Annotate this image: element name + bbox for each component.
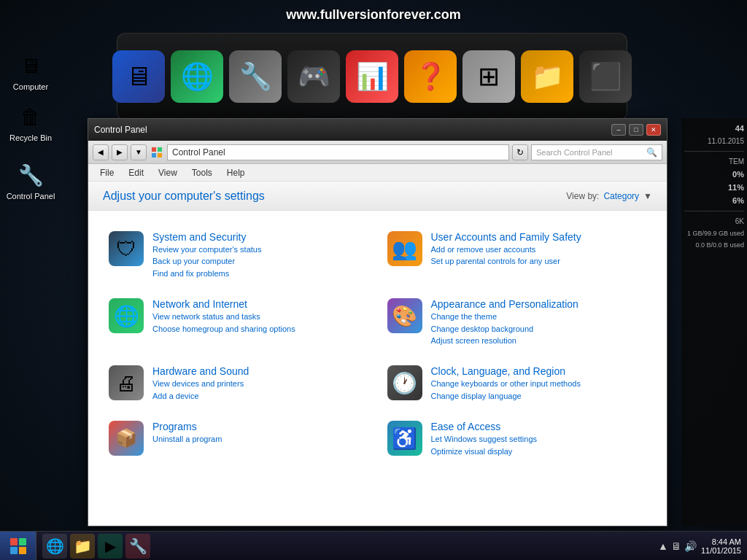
svg-rect-4 [10,538,18,545]
network-icon: 🌐 [109,298,144,333]
dock-item-windows[interactable]: ⊞ [462,50,515,103]
section-link[interactable]: Add a device [152,391,368,402]
windows-logo-icon [151,147,163,158]
network-info: Network and Internet View network status… [152,298,368,346]
hardware-links: View devices and printers Add a device [152,378,368,402]
taskbar-icon-play[interactable]: ▶ [98,534,123,559]
section-programs[interactable]: 📦 Programs Uninstall a program [103,415,374,463]
dock-item-blackbox[interactable]: ⬛ [579,50,632,103]
hardware-icon: 🖨 [109,365,144,400]
section-link[interactable]: Optimize visual display [431,446,647,457]
address-path[interactable]: Control Panel [167,144,509,160]
desktop: www.fullversionforever.com 🖥 Computer 🗑 … [0,0,747,560]
appearance-title[interactable]: Appearance and Personalization [431,298,647,310]
ease-title[interactable]: Ease of Access [431,421,647,432]
section-link[interactable]: Change desktop background [431,324,647,335]
hardware-title[interactable]: Hardware and Sound [152,365,368,377]
taskbar-clock: 8:44 AM 11/01/2015 [701,537,741,555]
section-ease[interactable]: ♿ Ease of Access Let Windows suggest set… [382,415,653,463]
section-link[interactable]: View network status and tasks [152,311,368,322]
menu-file[interactable]: File [94,166,120,179]
dock: 🖥 🌐 🔧 🎮 📊 ❓ ⊞ 📁 ⬛ [117,33,627,120]
section-link[interactable]: Review your computer's status [152,244,368,255]
taskbar-icon-tools[interactable]: 🔧 [125,534,150,559]
section-network[interactable]: 🌐 Network and Internet View network stat… [103,292,374,352]
section-appearance[interactable]: 🎨 Appearance and Personalization Change … [382,292,653,352]
minimize-button[interactable]: – [611,124,626,136]
close-button[interactable]: ✕ [646,124,661,136]
forward-button[interactable]: ▶ [112,144,128,160]
volume-icon[interactable]: 🔊 [684,540,697,552]
dock-item-globe[interactable]: 🌐 [171,50,223,103]
section-link[interactable]: Change the theme [431,311,647,322]
section-clock[interactable]: 🕐 Clock, Language, and Region Change key… [382,359,653,408]
start-button[interactable] [0,532,36,561]
cp-content: 🛡 System and Security Review your comput… [88,211,667,526]
dock-item-monitor[interactable]: 🖥 [112,50,165,103]
taskbar-icon-folder[interactable]: 📁 [70,534,95,559]
section-link[interactable]: Change display language [431,391,647,402]
taskbar-icon-ie[interactable]: 🌐 [42,534,67,559]
menu-help[interactable]: Help [221,166,251,179]
clock-icon: 🕐 [387,365,422,400]
network-title[interactable]: Network and Internet [152,298,368,310]
dock-item-tools[interactable]: 🔧 [229,50,282,103]
user-accounts-info: User Accounts and Family Safety Add or r… [431,231,647,279]
section-link[interactable]: Set up parental controls for any user [431,256,647,267]
clock-title[interactable]: Clock, Language, and Region [431,365,647,377]
view-by: View by: Category ▼ [566,191,652,201]
programs-title[interactable]: Programs [152,421,368,432]
panel-divider-2 [684,211,744,211]
desktop-icon-recycle[interactable]: 🗑 Recycle Bin [5,102,56,142]
section-link[interactable]: Let Windows suggest settings [431,434,647,445]
menu-tools[interactable]: Tools [186,166,218,179]
menu-view[interactable]: View [152,166,183,179]
system-security-title[interactable]: System and Security [152,231,368,243]
section-link[interactable]: Add or remove user accounts [431,244,647,255]
desktop-icon-computer[interactable]: 🖥 Computer [5,51,56,91]
desktop-icon-control-panel[interactable]: 🔧 Control Panel [5,160,56,201]
window-titlebar: Control Panel – □ ✕ [88,119,667,141]
panel-val2: 11% [684,183,744,192]
dock-item-folder[interactable]: 📁 [521,50,573,103]
menu-edit[interactable]: Edit [123,166,150,179]
section-hardware[interactable]: 🖨 Hardware and Sound View devices and pr… [103,359,374,408]
recycle-bin-icon: 🗑 [16,102,45,131]
taskbar: 🌐 📁 ▶ 🔧 ▲ 🖥 🔊 8:44 AM 11/01/2015 [0,531,747,560]
panel-date: 11.01.2015 [684,137,744,145]
clock-links: Change keyboards or other input methods … [431,378,647,402]
section-link[interactable]: View devices and printers [152,378,368,389]
computer-icon: 🖥 [16,51,45,80]
dock-item-gamepad[interactable]: 🎮 [287,50,340,103]
expand-icon[interactable]: ▲ [658,540,668,552]
control-panel-label: Control Panel [7,192,55,201]
display-icon[interactable]: 🖥 [671,540,681,552]
section-link[interactable]: Choose homegroup and sharing options [152,324,368,335]
refresh-button[interactable]: ↻ [512,144,528,160]
maximize-button[interactable]: □ [629,124,643,136]
back-button[interactable]: ◀ [93,144,109,160]
panel-val1: 0% [684,170,744,179]
section-link[interactable]: Change keyboards or other input methods [431,378,647,389]
window-title: Control Panel [94,125,147,135]
cp-header: Adjust your computer's settings View by:… [88,182,667,211]
programs-info: Programs Uninstall a program [152,421,368,457]
view-by-value[interactable]: Category [603,191,639,201]
section-system-security[interactable]: 🛡 System and Security Review your comput… [103,225,374,285]
watermark: www.fullversionforever.com [286,7,460,23]
recycle-bin-label: Recycle Bin [9,133,52,142]
dock-item-piechart[interactable]: 📊 [346,50,398,103]
section-link[interactable]: Uninstall a program [152,434,368,445]
user-accounts-title[interactable]: User Accounts and Family Safety [431,231,647,243]
right-panel: 44 11.01.2015 TEM 0% 11% 6% 6K 1 GB/99.9… [681,118,747,526]
programs-links: Uninstall a program [152,434,368,445]
section-link[interactable]: Adjust screen resolution [431,335,647,346]
section-link[interactable]: Find and fix problems [152,268,368,279]
system-security-info: System and Security Review your computer… [152,231,368,279]
dock-item-help[interactable]: ❓ [404,50,457,103]
recent-button[interactable]: ▼ [131,144,147,160]
section-user-accounts[interactable]: 👥 User Accounts and Family Safety Add or… [382,225,653,285]
appearance-info: Appearance and Personalization Change th… [431,298,647,346]
section-link[interactable]: Back up your computer [152,256,368,267]
search-box[interactable]: Search Control Panel 🔍 [531,144,662,160]
